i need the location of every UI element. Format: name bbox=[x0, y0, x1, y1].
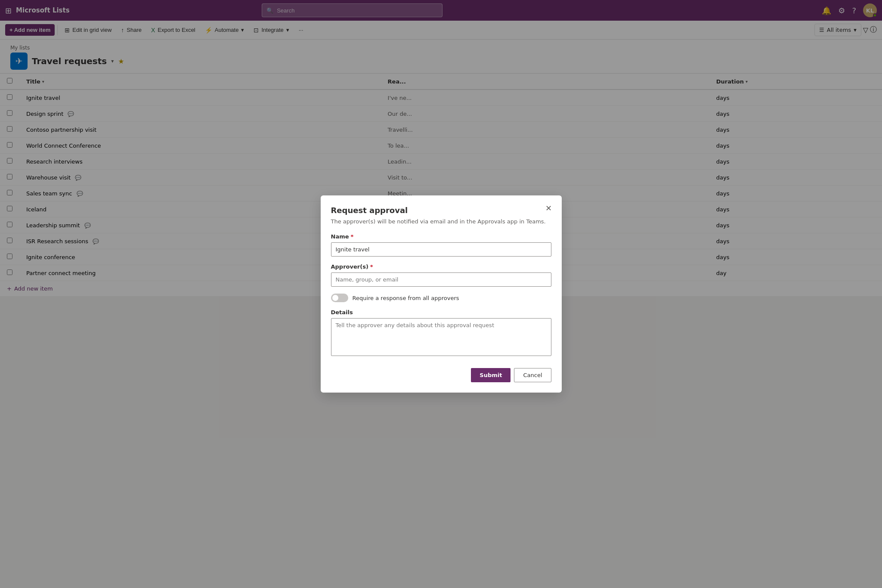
name-required-marker: * bbox=[351, 233, 354, 240]
name-input[interactable] bbox=[331, 242, 551, 257]
modal-close-button[interactable]: ✕ bbox=[543, 202, 555, 214]
require-response-toggle[interactable] bbox=[331, 294, 348, 296]
approvers-input[interactable] bbox=[331, 272, 551, 287]
approvers-required-marker: * bbox=[370, 263, 373, 270]
modal-overlay[interactable]: Request approval The approver(s) will be… bbox=[0, 0, 882, 296]
request-approval-modal: Request approval The approver(s) will be… bbox=[321, 195, 562, 296]
modal-subtitle: The approver(s) will be notified via ema… bbox=[331, 218, 551, 225]
name-form-group: Name * bbox=[331, 233, 551, 257]
toggle-row: Require a response from all approvers bbox=[331, 294, 551, 296]
name-label-text: Name bbox=[331, 233, 349, 240]
toggle-knob bbox=[332, 295, 338, 296]
name-label: Name * bbox=[331, 233, 551, 240]
toggle-label: Require a response from all approvers bbox=[353, 295, 459, 297]
approvers-label: Approver(s) * bbox=[331, 263, 551, 270]
approvers-form-group: Approver(s) * bbox=[331, 263, 551, 287]
approvers-label-text: Approver(s) bbox=[331, 263, 368, 270]
modal-title: Request approval bbox=[331, 206, 551, 215]
